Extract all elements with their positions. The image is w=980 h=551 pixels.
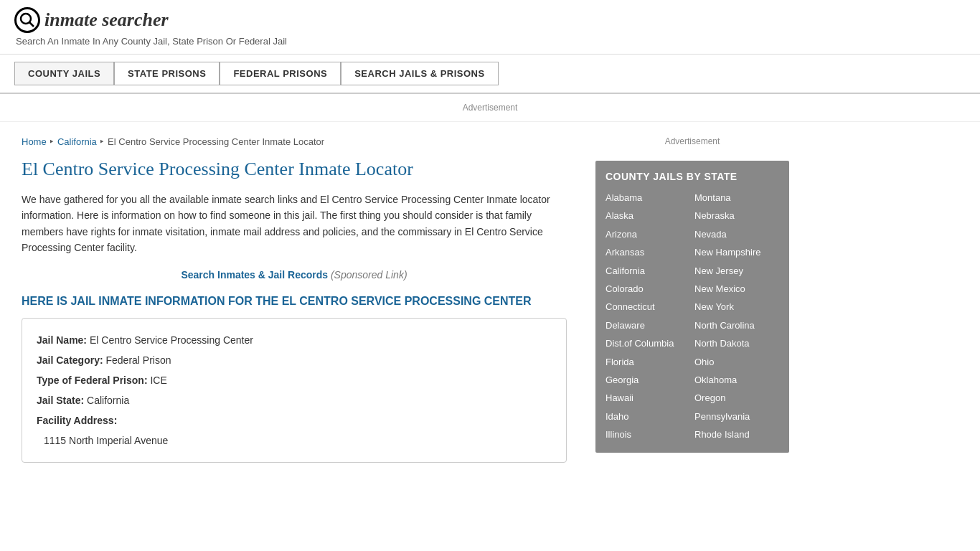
main-layout: Home ‣ California ‣ El Centro Service Pr… <box>0 122 980 477</box>
facility-address-row: Facility Address: <box>37 410 552 430</box>
jail-name-value: El Centro Service Processing Center <box>90 334 253 346</box>
jail-state-value: California <box>87 395 129 406</box>
tagline: Search An Inmate In Any County Jail, Sta… <box>16 36 966 47</box>
jail-category-label: Jail Category: <box>37 354 103 366</box>
state-box-title: COUNTY JAILS BY STATE <box>606 171 779 182</box>
state-link[interactable]: New Mexico <box>694 281 779 297</box>
search-link-area: Search Inmates & Jail Records (Sponsored… <box>22 269 567 281</box>
jail-state-row: Jail State: California <box>37 390 552 410</box>
state-link[interactable]: Rhode Island <box>694 426 779 443</box>
state-link[interactable]: Colorado <box>606 281 690 297</box>
state-link[interactable]: Ohio <box>694 354 779 370</box>
state-link[interactable]: Hawaii <box>606 390 690 406</box>
logo-icon <box>14 7 40 33</box>
breadcrumb: Home ‣ California ‣ El Centro Service Pr… <box>22 136 567 147</box>
sidebar-ad: Advertisement <box>595 136 789 146</box>
logo-area: inmate searcher <box>14 7 966 33</box>
breadcrumb-state[interactable]: California <box>57 136 97 147</box>
state-link[interactable]: New Hampshire <box>694 244 779 260</box>
state-link[interactable]: New York <box>694 298 779 315</box>
jail-state-label: Jail State: <box>37 395 84 406</box>
nav-btn-state-prisons[interactable]: STATE PRISONS <box>114 62 220 85</box>
sponsored-label: (Sponsored Link) <box>331 269 407 281</box>
state-link[interactable]: California <box>606 263 690 279</box>
state-box: COUNTY JAILS BY STATE AlabamaMontanaAlas… <box>595 161 789 453</box>
section-heading: HERE IS JAIL INMATE INFORMATION FOR THE … <box>22 295 567 308</box>
state-link[interactable]: Pennsylvania <box>694 408 779 425</box>
jail-name-label: Jail Name: <box>37 334 87 346</box>
state-link[interactable]: Arizona <box>606 226 690 242</box>
state-link[interactable]: Delaware <box>606 317 690 334</box>
state-grid: AlabamaMontanaAlaskaNebraskaArizonaNevad… <box>606 189 779 443</box>
state-link[interactable]: New Jersey <box>694 263 779 279</box>
federal-type-value: ICE <box>150 375 166 386</box>
state-link[interactable]: Idaho <box>606 408 690 425</box>
jail-name-row: Jail Name: El Centro Service Processing … <box>37 330 552 350</box>
nav-btn-search-jails-&-prisons[interactable]: SEARCH JAILS & PRISONS <box>341 62 498 85</box>
jail-category-value: Federal Prison <box>105 354 171 366</box>
info-box: Jail Name: El Centro Service Processing … <box>22 318 567 463</box>
state-link[interactable]: Oklahoma <box>694 372 779 388</box>
federal-type-row: Type of Federal Prison: ICE <box>37 370 552 390</box>
content-area: Home ‣ California ‣ El Centro Service Pr… <box>0 122 588 477</box>
state-link[interactable]: Alaska <box>606 207 690 224</box>
svg-line-1 <box>29 22 34 27</box>
state-link[interactable]: Georgia <box>606 372 690 388</box>
nav-btn-federal-prisons[interactable]: FEDERAL PRISONS <box>220 62 341 85</box>
state-link[interactable]: Oregon <box>694 390 779 406</box>
state-link[interactable]: Dist.of Columbia <box>606 335 690 352</box>
federal-type-label: Type of Federal Prison: <box>37 375 148 386</box>
breadcrumb-current: El Centro Service Processing Center Inma… <box>108 136 324 147</box>
page-title: El Centro Service Processing Center Inma… <box>22 159 567 180</box>
state-link[interactable]: Nevada <box>694 226 779 242</box>
svg-point-0 <box>21 14 31 24</box>
state-link[interactable]: North Dakota <box>694 335 779 352</box>
logo-brand: inmate searcher <box>44 9 169 30</box>
search-inmates-link[interactable]: Search Inmates & Jail Records <box>181 269 328 281</box>
header: inmate searcher Search An Inmate In Any … <box>0 0 980 55</box>
facility-address-value: 1115 North Imperial Avenue <box>37 430 552 451</box>
body-text: We have gathered for you all the availab… <box>22 192 567 256</box>
ad-banner: Advertisement <box>0 94 980 122</box>
sidebar: Advertisement COUNTY JAILS BY STATE Alab… <box>588 122 796 477</box>
nav-btn-county-jails[interactable]: COUNTY JAILS <box>14 62 114 85</box>
logo-text: inmate searcher <box>44 9 169 31</box>
main-nav: COUNTY JAILSSTATE PRISONSFEDERAL PRISONS… <box>0 55 980 94</box>
state-link[interactable]: North Carolina <box>694 317 779 334</box>
state-link[interactable]: Montana <box>694 189 779 206</box>
state-link[interactable]: Arkansas <box>606 244 690 260</box>
facility-address-label: Facility Address: <box>37 415 117 426</box>
jail-category-row: Jail Category: Federal Prison <box>37 350 552 370</box>
state-link[interactable]: Florida <box>606 354 690 370</box>
state-link[interactable]: Illinois <box>606 426 690 443</box>
state-link[interactable]: Connecticut <box>606 298 690 315</box>
state-link[interactable]: Alabama <box>606 189 690 206</box>
breadcrumb-home[interactable]: Home <box>22 136 47 147</box>
state-link[interactable]: Nebraska <box>694 207 779 224</box>
